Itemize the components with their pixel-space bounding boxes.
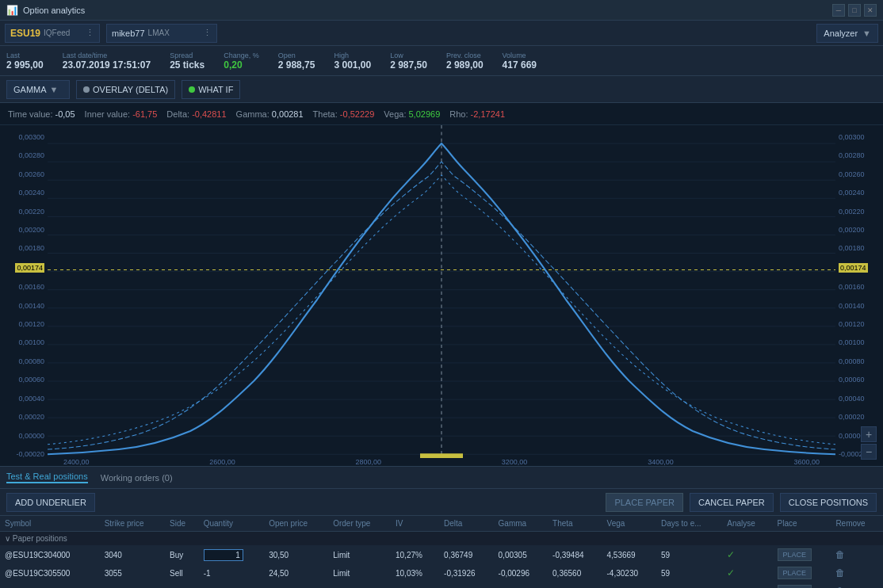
cell-place-1[interactable]: PLACE (773, 546, 831, 564)
cell-place-3[interactable]: PLACE (773, 582, 831, 589)
window-controls[interactable]: ─ □ ✕ (832, 4, 877, 17)
cell-place-2[interactable]: PLACE (773, 564, 831, 582)
stat-last-value: 2 995,00 (6, 59, 44, 71)
cell-side-3: Buy (165, 582, 199, 589)
zoom-in-button[interactable]: + (861, 426, 877, 442)
quantity-input-1[interactable] (204, 549, 243, 561)
cell-strike-2: 3055 (100, 564, 165, 582)
greek-inner-value: Inner value: -61,75 (85, 109, 158, 119)
cell-vega-1: 4,53669 (602, 546, 656, 564)
x-label-2800: 2800,00 (356, 458, 382, 466)
chart-main: 2995,13 2400,00 2600,00 2800,00 3200,00 … (48, 125, 835, 466)
stat-spread: Spread 25 ticks (170, 52, 205, 71)
add-underlier-button[interactable]: ADD UNDERLIER (6, 493, 95, 512)
col-remove: Remove (831, 516, 883, 532)
greek-delta-val: -0,42811 (192, 109, 226, 119)
greek-gamma-label: Gamma: (236, 109, 269, 119)
cell-analyse-2: ✓ (722, 564, 772, 582)
tab-test-real-positions[interactable]: Test & Real positions (6, 472, 88, 483)
cell-days-1: 59 (656, 546, 722, 564)
place-button-3[interactable]: PLACE (778, 585, 812, 588)
cell-gamma-1: 0,00305 (494, 546, 548, 564)
gamma-selector[interactable]: GAMMA ▼ (6, 80, 70, 99)
cell-open-price-3: 55,75 (264, 582, 328, 589)
zoom-controls[interactable]: + − (861, 426, 877, 460)
cell-symbol-2: @ESU19C305500 (0, 564, 100, 582)
bottom-panel: Test & Real positions Working orders (0)… (0, 466, 883, 588)
col-open-price: Open price (264, 516, 328, 532)
whatif-button[interactable]: WHAT IF (182, 80, 240, 99)
analyzer-selector[interactable]: Analyzer ▼ (816, 24, 878, 43)
cell-theta-2: 0,36560 (548, 564, 602, 582)
analyse-check-1: ✓ (727, 549, 735, 560)
maximize-button[interactable]: □ (848, 4, 861, 17)
col-side: Side (165, 516, 199, 532)
gamma-dropdown-icon: ▼ (50, 85, 59, 94)
cell-iv-2: 10,03% (391, 564, 439, 582)
title-bar: 📊 Option analytics ─ □ ✕ (0, 0, 883, 21)
close-button[interactable]: ✕ (864, 4, 877, 17)
greek-delta: Delta: -0,42811 (166, 109, 226, 119)
positions-table: Symbol Strike price Side Quantity Open p… (0, 516, 883, 588)
greek-theta-val: -0,52229 (340, 109, 374, 119)
overlay-button[interactable]: OVERLAY (DELTA) (76, 80, 175, 99)
greek-inner-value-val: -61,75 (132, 109, 157, 119)
cell-days-3: 59 (656, 582, 722, 589)
cell-days-2: 59 (656, 564, 722, 582)
stat-open-value: 2 988,75 (278, 59, 315, 71)
col-delta: Delta (439, 516, 493, 532)
zoom-out-button[interactable]: − (861, 444, 877, 460)
whatif-dot-icon (189, 86, 195, 93)
instrument-source: IQFeed (44, 29, 70, 37)
col-theta: Theta (548, 516, 602, 532)
greek-vega-val: 5,02969 (409, 109, 441, 119)
place-button-2[interactable]: PLACE (778, 567, 812, 579)
cell-strike-1: 3040 (100, 546, 165, 564)
place-paper-button[interactable]: PLACE PAPER (606, 493, 683, 512)
minimize-button[interactable]: ─ (832, 4, 845, 17)
close-positions-button[interactable]: CLOSE POSITIONS (780, 493, 877, 512)
cell-open-price-1: 30,50 (264, 546, 328, 564)
stat-low: Low 2 987,50 (390, 52, 427, 71)
whatif-label: WHAT IF (198, 85, 233, 94)
cell-delta-2: -0,31926 (439, 564, 493, 582)
stat-datetime: Last date/time 23.07.2019 17:51:07 (63, 52, 151, 71)
greek-time-value-val: -0,05 (55, 109, 75, 119)
cell-vega-3: 4,79548 (602, 582, 656, 589)
cell-gamma-3: 0,00272 (494, 582, 548, 589)
place-button-1[interactable]: PLACE (778, 548, 812, 561)
instrument-menu-icon[interactable]: ⋮ (86, 28, 94, 38)
cell-remove-3[interactable]: 🗑 (831, 582, 883, 589)
col-analyse: Analyse (722, 516, 772, 532)
stat-spread-label: Spread (170, 52, 205, 59)
cell-quantity-1[interactable] (199, 546, 264, 564)
analyse-check-2: ✓ (727, 567, 735, 578)
greek-rho: Rho: -2,17241 (449, 109, 505, 119)
col-quantity: Quantity (199, 516, 264, 532)
cell-delta-3: -0,47595 (439, 582, 493, 589)
greek-inner-value-label: Inner value: (85, 109, 130, 119)
greek-delta-label: Delta: (166, 109, 189, 119)
account-menu-icon[interactable]: ⋮ (203, 28, 212, 38)
account-selector[interactable]: mikeb77 LMAX ⋮ (106, 24, 217, 43)
cell-order-type-2: Limit (328, 564, 391, 582)
stats-bar: Last 2 995,00 Last date/time 23.07.2019 … (0, 46, 883, 76)
stat-high-value: 3 001,00 (334, 59, 371, 71)
tab-working-orders[interactable]: Working orders (0) (101, 473, 173, 483)
section-label: ∨ Paper positions (0, 532, 883, 546)
cell-remove-2[interactable]: 🗑 (831, 564, 883, 582)
overlay-dot-icon (83, 86, 90, 93)
col-vega: Vega (602, 516, 656, 532)
delete-icon-1[interactable]: 🗑 (835, 549, 845, 560)
cell-symbol-1: @ESU19C304000 (0, 546, 100, 564)
stat-last-label: Last (6, 52, 44, 59)
instrument-selector[interactable]: ESU19 IQFeed ⋮ (5, 24, 100, 43)
bottom-tabs: Test & Real positions Working orders (0) (0, 467, 883, 489)
greek-rho-label: Rho: (449, 109, 468, 119)
cell-iv-3: 12,15% (391, 582, 439, 589)
cancel-paper-button[interactable]: CANCEL PAPER (690, 493, 774, 512)
delete-icon-2[interactable]: 🗑 (835, 567, 845, 578)
greek-rho-val: -2,17241 (471, 109, 505, 119)
x-label-3600: 3600,00 (793, 458, 820, 466)
cell-remove-1[interactable]: 🗑 (831, 546, 883, 564)
